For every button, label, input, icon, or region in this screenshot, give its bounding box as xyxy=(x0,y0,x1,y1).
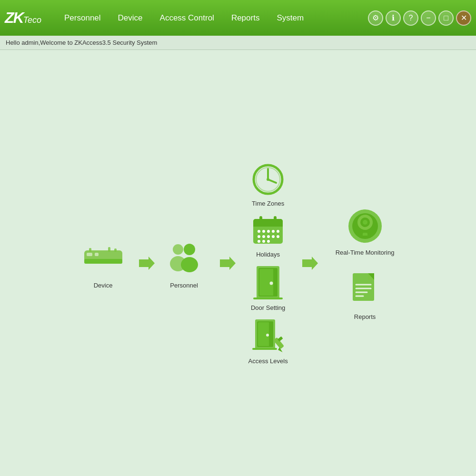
svg-rect-3 xyxy=(95,253,99,256)
svg-rect-20 xyxy=(253,224,283,227)
holidays-group[interactable]: Holidays xyxy=(250,213,286,258)
reports-workflow-group[interactable]: Reports xyxy=(347,270,383,320)
close-icon: ✕ xyxy=(461,13,467,22)
real-time-monitoring-label: Real-Time Monitoring xyxy=(336,249,395,256)
nav-system[interactable]: System xyxy=(268,10,312,27)
door-setting-group[interactable]: Door Setting xyxy=(250,264,286,311)
minimize-icon: − xyxy=(426,14,430,22)
svg-marker-12 xyxy=(220,257,236,270)
statusbar: Hello admin,Welcome to ZKAccess3.5 Secur… xyxy=(0,36,476,50)
svg-rect-4 xyxy=(89,248,91,252)
reports-label: Reports xyxy=(354,313,376,320)
svg-rect-1 xyxy=(84,259,122,264)
help-button[interactable]: ? xyxy=(403,10,418,26)
device-group[interactable]: Device xyxy=(82,238,125,289)
time-zones-group[interactable]: Time Zones xyxy=(250,162,286,207)
maximize-button[interactable]: □ xyxy=(438,10,454,26)
svg-point-45 xyxy=(266,334,269,337)
time-zones-icon xyxy=(250,162,286,198)
access-levels-group[interactable]: Access Levels xyxy=(248,317,288,365)
svg-point-39 xyxy=(270,281,273,285)
access-levels-label: Access Levels xyxy=(248,357,288,365)
real-time-monitoring-icon xyxy=(345,206,385,247)
settings-button[interactable]: ⚙ xyxy=(368,10,383,26)
svg-point-25 xyxy=(267,230,270,233)
close-button[interactable]: ✕ xyxy=(456,10,471,26)
arrow-2 xyxy=(218,254,237,273)
right-column: Real-Time Monitoring xyxy=(336,206,395,320)
workflow-diagram: Device Personnel xyxy=(0,50,476,476)
holidays-icon xyxy=(250,213,286,248)
device-icon xyxy=(82,238,125,276)
door-setting-icon xyxy=(250,264,286,302)
device-label: Device xyxy=(94,282,113,289)
svg-point-26 xyxy=(272,230,275,233)
svg-point-30 xyxy=(267,235,270,238)
personnel-group[interactable]: Personnel xyxy=(163,238,206,289)
main-nav: Personnel Device Access Control Reports … xyxy=(56,10,368,27)
svg-rect-2 xyxy=(87,253,92,256)
svg-point-27 xyxy=(277,230,279,233)
info-button[interactable]: ℹ xyxy=(386,10,401,26)
svg-point-28 xyxy=(258,235,260,238)
nav-access-control[interactable]: Access Control xyxy=(151,10,223,27)
real-time-monitoring-group[interactable]: Real-Time Monitoring xyxy=(336,206,395,256)
logo-teco: Teco xyxy=(23,15,41,25)
svg-rect-6 xyxy=(114,248,117,252)
svg-point-8 xyxy=(173,244,183,255)
svg-point-32 xyxy=(277,235,279,238)
holidays-label: Holidays xyxy=(256,251,280,258)
svg-marker-7 xyxy=(139,257,155,270)
svg-rect-22 xyxy=(274,216,277,223)
svg-rect-21 xyxy=(259,216,262,223)
arrow-1 xyxy=(137,254,156,273)
topbar: ZK Teco Personnel Device Access Control … xyxy=(0,0,476,36)
svg-rect-5 xyxy=(108,247,110,252)
access-levels-icon xyxy=(250,317,286,355)
minimize-button[interactable]: − xyxy=(421,10,436,26)
svg-point-23 xyxy=(258,230,260,233)
svg-point-56 xyxy=(363,220,367,225)
svg-point-24 xyxy=(262,230,265,233)
svg-point-31 xyxy=(272,235,275,238)
info-icon: ℹ xyxy=(392,13,395,22)
logo-zk: ZK xyxy=(5,9,23,27)
window-controls: ⚙ ℹ ? − □ ✕ xyxy=(368,10,471,26)
svg-rect-58 xyxy=(359,236,371,238)
reports-icon xyxy=(347,270,383,311)
svg-point-33 xyxy=(258,240,260,243)
main-content: Device Personnel xyxy=(0,50,476,476)
app-logo[interactable]: ZK Teco xyxy=(5,9,41,27)
nav-reports[interactable]: Reports xyxy=(223,10,268,27)
settings-icon: ⚙ xyxy=(372,13,379,22)
svg-point-29 xyxy=(262,235,265,238)
svg-point-17 xyxy=(267,178,269,181)
nav-personnel[interactable]: Personnel xyxy=(56,10,109,27)
personnel-label: Personnel xyxy=(170,282,198,289)
svg-point-10 xyxy=(184,244,195,255)
arrow-3 xyxy=(300,254,319,273)
nav-device[interactable]: Device xyxy=(109,10,151,27)
personnel-icon xyxy=(163,238,206,276)
welcome-message: Hello admin,Welcome to ZKAccess3.5 Secur… xyxy=(6,39,157,46)
help-icon: ? xyxy=(409,14,413,22)
svg-point-34 xyxy=(262,240,265,243)
svg-point-35 xyxy=(267,240,270,243)
time-zones-label: Time Zones xyxy=(252,200,284,207)
maximize-icon: □ xyxy=(444,14,448,22)
svg-marker-51 xyxy=(302,257,318,270)
door-setting-label: Door Setting xyxy=(251,304,285,311)
middle-column: Time Zones xyxy=(248,162,288,365)
svg-point-11 xyxy=(181,257,198,272)
